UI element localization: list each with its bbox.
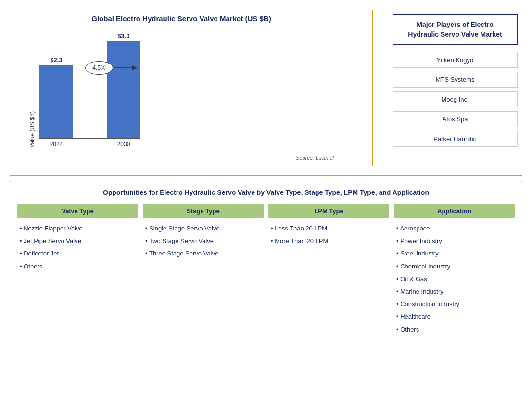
valve-type-header: Valve Type [17,204,138,218]
opportunities-section: Opportunities for Electro Hydraulic Serv… [10,181,522,345]
app-item-6: Construction Industry [394,300,515,308]
stage-type-column: Stage Type Single Stage Servo Valve Two … [143,204,264,338]
valve-item-2: Deflector Jet [17,249,138,258]
horizontal-divider [10,175,522,176]
app-item-7: Healthcare [394,312,515,321]
valve-item-3: Others [17,262,138,271]
svg-marker-1 [132,65,137,70]
app-item-3: Chemical Industry [394,262,515,271]
cagr-annotation: 4.5% [85,61,138,75]
x-axis-line [39,138,140,139]
application-list: Aerospace Power Industry Steel Industry … [394,224,515,338]
lpm-type-list: Less Than 20 LPM More Than 20 LPM [268,224,389,249]
cagr-ellipse: 4.5% [85,61,113,75]
app-item-0: Aerospace [394,224,515,233]
application-header: Application [394,204,515,218]
bar-2024-value: $2.3 [50,56,62,64]
stage-type-list: Single Stage Servo Valve Two Stage Servo… [143,224,264,262]
lpm-type-header: LPM Type [268,204,389,218]
cagr-arrow [114,63,138,73]
valve-item-0: Nozzle Flapper Valve [17,224,138,233]
player-atos: Atos Spa [393,111,518,127]
app-item-4: Oil & Gas [394,275,515,283]
lpm-item-1: More Than 20 LPM [268,237,389,245]
stage-item-2: Three Stage Servo Valve [143,249,264,258]
lpm-type-column: LPM Type Less Than 20 LPM More Than 20 L… [268,204,389,338]
bar-2030-rect [107,41,140,138]
x-axis-labels: 2024 2030 [39,141,140,148]
x-label-2030: 2030 [107,141,140,148]
vertical-divider [372,10,373,166]
players-section: Major Players of Electro Hydraulic Servo… [388,10,522,166]
player-moog: Moog Inc. [393,91,518,107]
lpm-item-0: Less Than 20 LPM [268,224,389,233]
opportunities-title: Opportunities for Electro Hydraulic Serv… [17,189,515,196]
valve-item-1: Jet Pipe Servo Valve [17,237,138,245]
stage-item-0: Single Stage Servo Valve [143,224,264,233]
player-yuken: Yuken Kogyo [393,52,518,68]
y-axis-label: Value (US $B) [29,111,36,148]
stage-type-header: Stage Type [143,204,264,218]
app-item-8: Others [394,325,515,334]
valve-type-column: Valve Type Nozzle Flapper Valve Jet Pipe… [17,204,138,338]
stage-item-1: Two Stage Servo Valve [143,237,264,245]
player-parker: Parker Hannifin [393,131,518,147]
bar-2030: $3.0 [107,32,140,138]
app-item-1: Power Industry [394,237,515,245]
bar-2024-rect [39,65,73,138]
opportunities-grid: Valve Type Nozzle Flapper Valve Jet Pipe… [17,204,515,338]
app-item-2: Steel Industry [394,249,515,258]
chart-section: Global Electro Hydraulic Servo Valve Mar… [10,10,358,166]
x-label-2024: 2024 [39,141,73,148]
player-mts: MTS Systems [393,72,518,88]
bar-2024: $2.3 [39,56,73,138]
bar-2030-value: $3.0 [117,32,129,39]
valve-type-list: Nozzle Flapper Valve Jet Pipe Servo Valv… [17,224,138,275]
chart-title: Global Electro Hydraulic Servo Valve Mar… [14,14,348,23]
application-column: Application Aerospace Power Industry Ste… [394,204,515,338]
players-title: Major Players of Electro Hydraulic Servo… [393,14,518,45]
app-item-5: Marine Industry [394,287,515,296]
source-text: Source: Lucintel [14,155,348,161]
